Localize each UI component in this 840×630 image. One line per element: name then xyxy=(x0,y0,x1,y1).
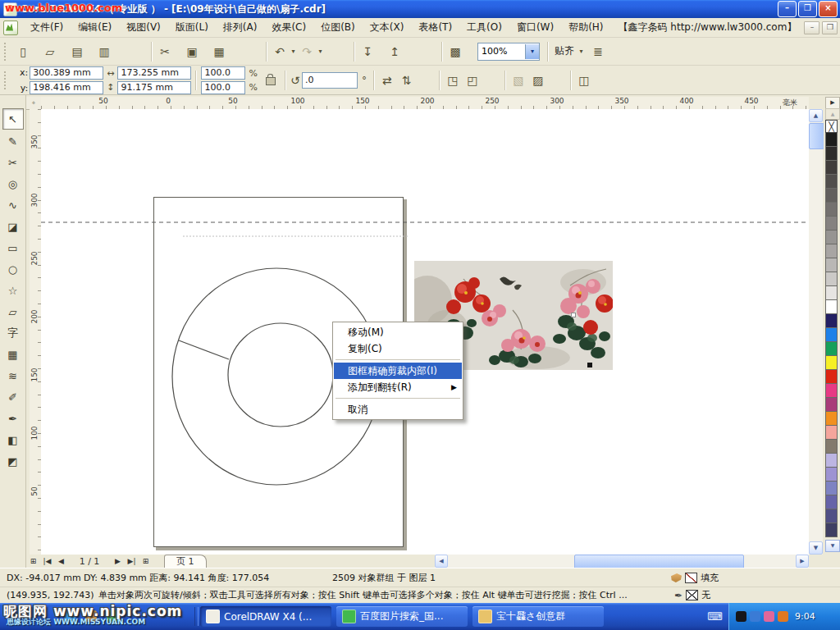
no-color-swatch[interactable]: ╳ xyxy=(825,120,838,133)
menu-item[interactable]: 排列(A) xyxy=(216,18,265,37)
selection-handle[interactable] xyxy=(587,363,592,368)
prev-page-icon[interactable]: ◀ xyxy=(54,557,68,565)
scale-y-field[interactable]: 100.0 xyxy=(201,81,245,94)
menu-item[interactable]: 文件(F) xyxy=(23,18,71,37)
color-swatch[interactable] xyxy=(825,509,838,523)
minimize-button[interactable]: – xyxy=(778,1,797,17)
color-swatch[interactable] xyxy=(825,495,838,509)
rectangle-tool-icon[interactable]: ▭ xyxy=(3,238,23,258)
save-icon[interactable]: ▤ xyxy=(67,42,87,62)
color-swatch[interactable] xyxy=(825,133,838,147)
convert-to-curves-icon[interactable]: ◰ xyxy=(463,71,482,90)
last-page-icon[interactable]: ▶| xyxy=(125,557,139,565)
zoom-level-combobox[interactable]: 100% ▾ xyxy=(477,43,540,61)
color-swatch[interactable] xyxy=(825,370,838,384)
add-page-icon[interactable]: ⊞ xyxy=(26,557,40,565)
vertical-scrollbar[interactable]: ▲ ▼ xyxy=(809,109,823,555)
menu-item[interactable]: 位图(B) xyxy=(313,18,363,37)
color-swatch[interactable] xyxy=(825,384,838,398)
language-keyboard-icon[interactable]: ⌨ xyxy=(707,610,723,623)
export-icon[interactable]: ↥ xyxy=(385,42,404,62)
smart-fill-tool-icon[interactable]: ◪ xyxy=(3,217,23,236)
toolbar-grip[interactable] xyxy=(4,43,9,61)
menu-item[interactable]: 效果(C) xyxy=(264,18,313,37)
open-icon[interactable]: ▱ xyxy=(40,42,60,62)
import-icon[interactable]: ↧ xyxy=(358,42,377,62)
undo-icon[interactable]: ↶ xyxy=(270,42,290,62)
color-swatch[interactable] xyxy=(825,454,838,468)
paste-icon[interactable]: ▦ xyxy=(209,42,229,62)
color-swatch[interactable] xyxy=(825,356,838,370)
group-icon[interactable]: ▧ xyxy=(509,71,528,90)
page-tab[interactable]: 页 1 xyxy=(164,555,207,568)
scroll-up-icon[interactable]: ▲ xyxy=(809,109,823,122)
mirror-vertical-icon[interactable]: ⇅ xyxy=(397,71,417,90)
print-icon[interactable]: ▥ xyxy=(94,42,114,62)
context-menu-item[interactable]: 移动(M) xyxy=(334,324,462,340)
pink-tray-icon[interactable] xyxy=(764,611,774,622)
context-menu-item[interactable]: 添加到翻转(R) ▶ xyxy=(334,379,462,395)
dropdown-arrow-icon[interactable]: ▾ xyxy=(290,48,297,55)
cut-icon[interactable]: ✂ xyxy=(155,42,175,62)
menu-item[interactable]: 帮助(H) xyxy=(561,18,610,37)
color-swatch[interactable] xyxy=(825,440,838,454)
color-swatch[interactable] xyxy=(825,342,838,356)
shape-tool-icon[interactable]: ✎ xyxy=(3,131,23,151)
new-document-icon[interactable]: ▯ xyxy=(13,42,33,62)
context-menu-item[interactable] xyxy=(336,398,460,399)
palette-scroll-down-icon[interactable]: ▼ xyxy=(825,540,840,552)
close-button[interactable]: × xyxy=(819,1,838,17)
eyedropper-tool-icon[interactable]: ✐ xyxy=(3,387,23,407)
copy-icon[interactable]: ▣ xyxy=(182,42,202,62)
fill-color-swatch[interactable] xyxy=(685,573,697,583)
menu-item[interactable]: 视图(V) xyxy=(119,18,168,37)
color-swatch[interactable] xyxy=(825,286,838,300)
object-y-field[interactable]: 198.416 mm xyxy=(30,81,103,94)
taskbar-window-button[interactable]: 宝十飝さ创意群 xyxy=(472,606,604,627)
selection-node-handle[interactable] xyxy=(571,313,576,317)
color-swatch[interactable] xyxy=(825,398,838,412)
context-menu-item[interactable]: 复制(C) xyxy=(334,340,462,357)
pick-tool-icon[interactable]: ↖ xyxy=(2,108,24,130)
color-swatch[interactable] xyxy=(825,412,838,426)
wrap-paragraph-text-icon[interactable]: ◫ xyxy=(574,71,594,90)
scroll-right-icon[interactable]: ▶ xyxy=(796,555,809,568)
add-page-icon-right[interactable]: ⊞ xyxy=(139,557,153,565)
scale-lock-icon[interactable] xyxy=(266,77,276,85)
basic-shapes-tool-icon[interactable]: ▱ xyxy=(3,302,23,322)
object-width-field[interactable]: 173.255 mm xyxy=(117,66,191,80)
context-menu-item[interactable] xyxy=(336,359,460,360)
color-swatch[interactable] xyxy=(825,161,838,175)
color-swatch[interactable] xyxy=(825,272,838,286)
menu-item[interactable]: 版面(L) xyxy=(168,18,216,37)
doc-restore-button[interactable]: ❒ xyxy=(822,21,838,34)
color-swatch[interactable] xyxy=(825,426,838,440)
orange-tray-icon[interactable] xyxy=(778,611,788,622)
dropdown-arrow-icon[interactable]: ▾ xyxy=(317,48,324,55)
context-menu-item[interactable]: 取消 xyxy=(334,401,462,418)
first-page-icon[interactable]: |◀ xyxy=(40,557,54,565)
ruler-origin-corner[interactable]: ⌖ xyxy=(26,97,42,110)
menu-item[interactable]: 表格(T) xyxy=(411,18,459,37)
table-tool-icon[interactable]: ▦ xyxy=(3,345,23,364)
taskbar-window-button[interactable]: CorelDRAW X4 (... xyxy=(200,606,331,627)
color-swatch[interactable] xyxy=(825,147,838,161)
qq-tray-icon[interactable] xyxy=(736,611,746,622)
menu-item[interactable]: 【鑫字条码 http://www.lw3000.com】 xyxy=(611,18,805,37)
horizontal-scrollbar[interactable]: ◀ ▶ xyxy=(435,555,809,568)
scale-x-field[interactable]: 100.0 xyxy=(201,66,245,80)
redo-icon[interactable]: ↷ xyxy=(297,42,317,62)
interactive-blend-tool-icon[interactable]: ≋ xyxy=(3,366,23,386)
remove-transformations-icon[interactable]: ◳ xyxy=(443,71,463,90)
text-tool-icon[interactable]: 字 xyxy=(3,323,23,343)
horizontal-ruler[interactable]: 50050100150200250300350400450 毫米 xyxy=(41,97,809,110)
scroll-down-icon[interactable]: ▼ xyxy=(809,541,823,555)
vertical-ruler[interactable]: 35030025020015010050 xyxy=(30,109,42,555)
zoom-dropdown-arrow-icon[interactable]: ▾ xyxy=(525,44,539,59)
restore-button[interactable]: ❒ xyxy=(798,1,817,17)
color-swatch[interactable] xyxy=(825,175,838,189)
palette-scroll-up-icon[interactable]: ▲ xyxy=(825,108,840,120)
color-swatch[interactable] xyxy=(825,328,838,342)
drawing-canvas[interactable]: 移动(M) 复制(C) 图框精确剪裁内部(I) xyxy=(41,109,809,555)
outline-pen-tool-icon[interactable]: ✒ xyxy=(3,409,23,428)
